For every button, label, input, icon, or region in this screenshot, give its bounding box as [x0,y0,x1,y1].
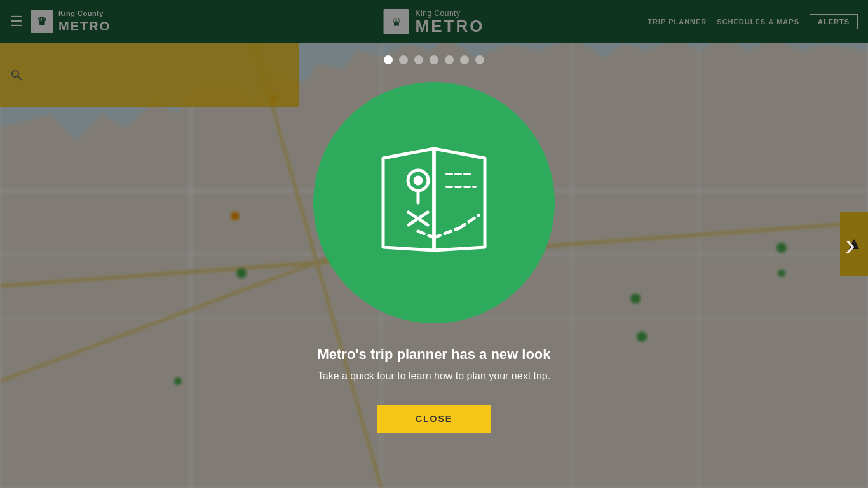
close-button[interactable]: CLOSE [377,405,491,433]
tour-modal: Metro's trip planner has a new look Take… [275,55,593,433]
svg-point-29 [415,177,421,184]
modal-subtitle: Take a quick tour to learn how to plan y… [318,370,550,382]
dot-5[interactable] [445,55,454,64]
dot-7[interactable] [475,55,484,64]
dot-2[interactable] [399,55,408,64]
illustration-circle [313,82,555,323]
modal-title: Metro's trip planner has a new look [317,346,550,363]
next-arrow[interactable]: › [845,227,855,262]
svg-line-35 [459,215,478,228]
carousel-dots [384,55,484,64]
svg-line-33 [418,231,434,238]
dot-4[interactable] [430,55,438,64]
dot-3[interactable] [414,55,423,64]
map-icon [364,139,504,266]
dot-6[interactable] [460,55,469,64]
svg-marker-25 [383,149,434,250]
dot-1[interactable] [384,55,393,64]
svg-marker-26 [434,149,485,250]
svg-line-34 [434,228,459,238]
